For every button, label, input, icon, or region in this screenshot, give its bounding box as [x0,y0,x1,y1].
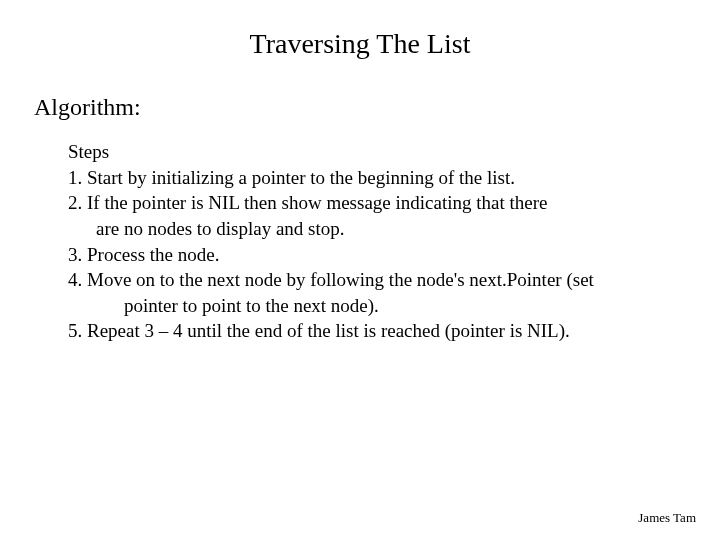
step-4-line1: 4. Move on to the next node by following… [68,267,680,293]
step-1: 1. Start by initializing a pointer to th… [68,165,680,191]
author-credit: James Tam [638,510,696,526]
step-3: 3. Process the node. [68,242,680,268]
step-4-line2: pointer to point to the next node). [124,293,680,319]
step-5: 5. Repeat 3 – 4 until the end of the lis… [68,318,680,344]
step-2-line1: 2. If the pointer is NIL then show messa… [68,190,680,216]
section-heading: Algorithm: [34,94,680,121]
slide-container: Traversing The List Algorithm: Steps 1. … [0,0,720,540]
step-2-line2: are no nodes to display and stop. [96,216,680,242]
slide-title: Traversing The List [40,28,680,60]
steps-label: Steps [68,139,680,165]
steps-block: Steps 1. Start by initializing a pointer… [68,139,680,344]
